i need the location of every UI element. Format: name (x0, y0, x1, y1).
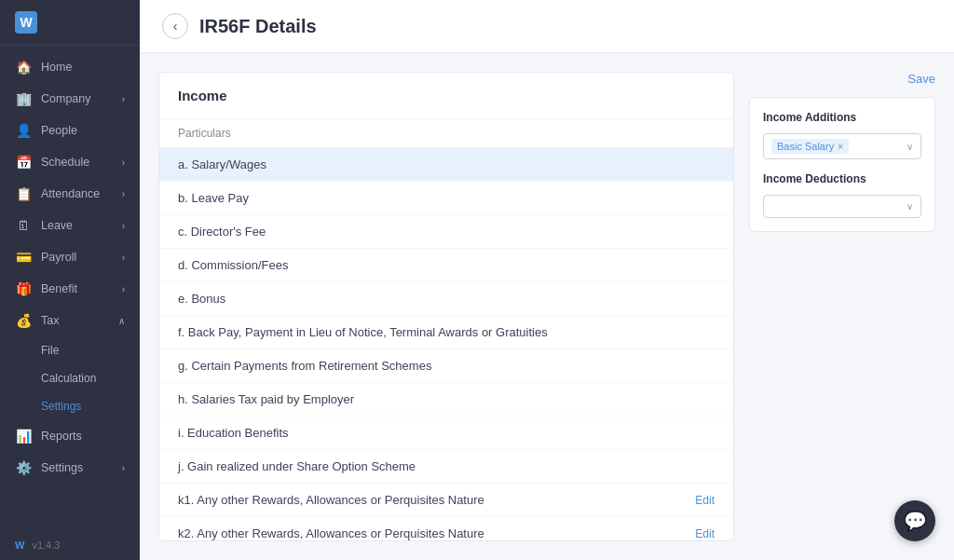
row-text: c. Director's Fee (178, 225, 715, 239)
sidebar-item-company[interactable]: 🏢 Company › (0, 83, 140, 115)
dropdown-chevron2-icon: ∨ (906, 201, 913, 212)
table-row: d. Commission/Fees (159, 249, 733, 282)
sidebar-subitem-calculation[interactable]: Calculation (0, 364, 140, 392)
save-button[interactable]: Save (907, 72, 935, 86)
sidebar-item-label: Reports (41, 430, 82, 443)
chevron-icon: › (122, 189, 125, 199)
back-button[interactable]: ‹ (162, 13, 188, 39)
row-edit-button[interactable]: Edit (695, 527, 715, 540)
chevron-icon: › (122, 157, 125, 168)
table-row: h. Salaries Tax paid by Employer (159, 383, 733, 417)
sidebar-footer: W v1.4.3 (0, 530, 140, 560)
table-row: i. Education Benefits (159, 417, 733, 450)
sidebar-item-label: Company (41, 92, 91, 105)
sidebar-item-schedule[interactable]: 📅 Schedule › (0, 146, 140, 178)
chat-button[interactable]: 💬 (894, 500, 935, 541)
table-row: e. Bonus (159, 282, 733, 316)
row-text: k1. Any other Rewards, Allowances or Per… (178, 493, 695, 507)
benefit-icon: 🎁 (15, 281, 32, 296)
reports-icon: 📊 (15, 429, 32, 444)
sidebar-item-people[interactable]: 👤 People (0, 115, 140, 146)
logo-w: W (15, 540, 24, 551)
income-deductions-input[interactable]: ∨ (763, 195, 921, 218)
row-text: d. Commission/Fees (178, 258, 715, 272)
content-area: Income Particulars a. Salary/Wagesb. Lea… (140, 53, 954, 560)
sidebar-item-label: Schedule (41, 156, 89, 169)
sidebar-item-label: Home (41, 61, 72, 74)
row-text: g. Certain Payments from Retirement Sche… (178, 359, 715, 373)
chevron-icon: › (122, 284, 125, 294)
income-table: Particulars a. Salary/Wagesb. Leave Payc… (159, 119, 733, 541)
row-text: f. Back Pay, Payment in Lieu of Notice, … (178, 325, 715, 339)
sidebar-subitem-file[interactable]: File (0, 336, 140, 364)
income-deductions-title: Income Deductions (763, 172, 921, 185)
basic-salary-tag: Basic Salary × (771, 139, 849, 154)
table-header: Particulars (159, 119, 733, 148)
table-row: k2. Any other Rewards, Allowances or Per… (159, 517, 733, 541)
sidebar-item-label: Attendance (41, 187, 100, 200)
row-edit-button[interactable]: Edit (695, 494, 715, 507)
leave-icon: 🗓 (15, 218, 32, 233)
sidebar-item-attendance[interactable]: 📋 Attendance › (0, 178, 140, 210)
attendance-icon: 📋 (15, 186, 32, 201)
chat-icon: 💬 (904, 510, 927, 532)
income-additions-input[interactable]: Basic Salary × ∨ (763, 133, 921, 159)
sidebar-subitem-settings[interactable]: Settings (0, 392, 140, 420)
version-label: v1.4.3 (32, 540, 60, 551)
side-panel: Save Income Additions Basic Salary × ∨ I… (749, 72, 935, 541)
tag-close-icon[interactable]: × (838, 142, 843, 152)
row-text: h. Salaries Tax paid by Employer (178, 392, 715, 406)
sidebar-item-tax[interactable]: 💰 Tax ∧ (0, 305, 140, 336)
row-text: j. Gain realized under Share Option Sche… (178, 459, 715, 473)
sidebar-nav: 🏠 Home 🏢 Company › 👤 People 📅 Schedule ›… (0, 46, 140, 530)
sidebar-item-label: People (41, 124, 77, 137)
save-section: Save (749, 72, 935, 86)
income-rows-container: a. Salary/Wagesb. Leave Payc. Director's… (159, 148, 733, 541)
dropdown-chevron-icon: ∨ (906, 142, 913, 152)
sidebar-item-label: Tax (41, 314, 59, 327)
file-label: File (41, 344, 59, 357)
sidebar-item-settings-main[interactable]: ⚙️ Settings › (0, 452, 140, 484)
sidebar-item-label: Benefit (41, 282, 77, 295)
chevron-icon: › (122, 463, 125, 473)
table-row: j. Gain realized under Share Option Sche… (159, 450, 733, 484)
income-additions-card: Income Additions Basic Salary × ∨ Income… (749, 97, 935, 232)
logo-icon: W (15, 11, 37, 34)
main-content: ‹ IR56F Details Income Particulars a. Sa… (140, 0, 954, 560)
sidebar-item-leave[interactable]: 🗓 Leave › (0, 210, 140, 241)
company-icon: 🏢 (15, 91, 32, 106)
sidebar-item-benefit[interactable]: 🎁 Benefit › (0, 273, 140, 305)
chevron-icon: ∧ (118, 316, 125, 326)
sidebar: W 🏠 Home 🏢 Company › 👤 People 📅 Schedule… (0, 0, 140, 560)
chevron-icon: › (122, 253, 125, 263)
payroll-icon: 💳 (15, 250, 32, 265)
income-panel: Income Particulars a. Salary/Wagesb. Lea… (158, 72, 734, 541)
sidebar-item-payroll[interactable]: 💳 Payroll › (0, 241, 140, 273)
income-additions-title: Income Additions (763, 111, 921, 124)
table-row: k1. Any other Rewards, Allowances or Per… (159, 484, 733, 517)
chevron-icon: › (122, 94, 125, 104)
table-row: g. Certain Payments from Retirement Sche… (159, 349, 733, 383)
people-icon: 👤 (15, 123, 32, 138)
sidebar-item-label: Payroll (41, 251, 76, 264)
row-text: a. Salary/Wages (178, 157, 715, 171)
table-row: f. Back Pay, Payment in Lieu of Notice, … (159, 316, 733, 349)
table-row: b. Leave Pay (159, 182, 733, 215)
sidebar-item-home[interactable]: 🏠 Home (0, 51, 140, 83)
row-text: k2. Any other Rewards, Allowances or Per… (178, 526, 695, 540)
row-text: b. Leave Pay (178, 191, 715, 205)
chevron-icon: › (122, 221, 125, 231)
schedule-icon: 📅 (15, 155, 32, 170)
settings-icon: ⚙️ (15, 460, 32, 475)
calculation-label: Calculation (41, 372, 96, 385)
sidebar-item-label: Settings (41, 461, 83, 474)
panel-title: Income (159, 73, 733, 119)
page-header: ‹ IR56F Details (140, 0, 954, 53)
tag-label: Basic Salary (777, 141, 834, 152)
row-text: e. Bonus (178, 292, 715, 306)
sidebar-item-reports[interactable]: 📊 Reports (0, 420, 140, 452)
tax-icon: 💰 (15, 313, 32, 328)
page-title: IR56F Details (199, 16, 317, 37)
table-row: c. Director's Fee (159, 215, 733, 249)
home-icon: 🏠 (15, 60, 32, 75)
